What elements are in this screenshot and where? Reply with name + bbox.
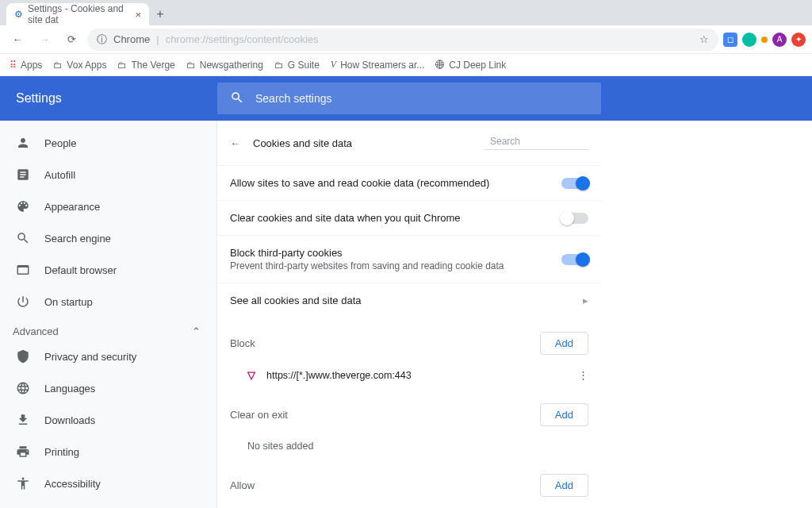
autofill-icon [16,167,30,182]
address-bar[interactable]: ⓘ Chrome | chrome://settings/content/coo… [87,29,718,51]
person-icon [16,136,30,150]
folder-icon: 🗀 [274,60,284,71]
settings-search[interactable] [217,83,601,114]
panel-header: ← Cookies and site data [217,121,601,165]
bookmark-item[interactable]: VHow Streamers ar... [331,59,424,71]
bookmark-folder[interactable]: 🗀G Suite [274,60,320,71]
back-icon[interactable]: ← [230,137,240,149]
add-allow-button[interactable]: Add [540,474,588,497]
section-block: Block Add [217,318,601,361]
chevron-right-icon: ▸ [583,294,588,306]
accessibility-icon [16,476,30,491]
section-clear-on-exit: Clear on exit Add [217,389,601,433]
site-favicon: ▽ [247,369,255,381]
browser-icon [16,263,30,277]
sidebar-item-downloads[interactable]: Downloads [0,404,216,436]
main-panel: ← Cookies and site data Allow sites to s… [217,121,812,508]
row-see-all-cookies[interactable]: See all cookies and site data ▸ [217,283,601,318]
url-path: chrome://settings/content/cookies [166,33,319,45]
row-clear-on-quit: Clear cookies and site data when you qui… [217,200,601,235]
browser-toolbar: ← → ⟳ ⓘ Chrome | chrome://settings/conte… [0,25,812,54]
shield-icon [16,349,30,364]
sidebar-item-privacy[interactable]: Privacy and security [0,341,216,372]
sidebar-item-appearance[interactable]: Appearance [0,190,216,222]
site-icon: V [331,59,336,71]
folder-icon: 🗀 [186,60,196,71]
extension-icon[interactable]: ◻ [723,33,737,47]
reload-button[interactable]: ⟳ [60,29,82,51]
panel-search-input[interactable] [490,136,609,147]
sidebar-item-people[interactable]: People [0,127,216,159]
toggle-clear-on-quit[interactable] [561,213,588,224]
site-url: https://[*.]www.theverge.com:443 [266,370,412,381]
sidebar-item-default-browser[interactable]: Default browser [0,254,216,286]
more-icon[interactable]: ⋮ [578,369,588,381]
content-area: People Autofill Appearance Search engine… [0,121,812,508]
row-allow-cookies: Allow sites to save and read cookie data… [217,165,601,200]
sidebar-item-system[interactable]: System [0,499,216,508]
tab-title: Settings - Cookies and site dat [28,3,127,25]
site-info-icon[interactable]: ⓘ [97,33,107,47]
star-icon[interactable]: ☆ [699,33,709,45]
bookmark-apps[interactable]: ⠿Apps [10,60,42,71]
add-clear-on-exit-button[interactable]: Add [540,403,588,426]
bookmark-folder[interactable]: 🗀The Verge [117,60,174,71]
page-title: Cookies and site data [253,137,473,149]
settings-sidebar: People Autofill Appearance Search engine… [0,121,217,508]
profile-avatar[interactable]: A [772,33,787,47]
toggle-allow-cookies[interactable] [561,178,588,189]
download-icon [16,413,30,427]
palette-icon [16,199,30,214]
sidebar-item-search-engine[interactable]: Search engine [0,222,216,254]
url-scheme: Chrome [113,33,150,45]
globe-icon: 🌐︎ [435,60,445,71]
sidebar-item-languages[interactable]: Languages [0,372,216,404]
settings-header: Settings [0,76,812,121]
bookmark-folder[interactable]: 🗀Vox Apps [53,60,106,71]
sidebar-item-printing[interactable]: Printing [0,436,216,468]
globe-icon [16,381,30,395]
add-block-button[interactable]: Add [540,332,588,355]
extension-icon[interactable] [742,33,756,47]
bookmark-item[interactable]: 🌐︎CJ Deep Link [435,60,506,71]
bookmark-folder[interactable]: 🗀Newsgathering [186,60,263,71]
search-icon [230,90,244,107]
new-tab-button[interactable]: + [149,3,171,25]
browser-tab[interactable]: ⚙ Settings - Cookies and site dat × [6,3,149,25]
folder-icon: 🗀 [117,60,127,71]
settings-title: Settings [0,91,217,106]
blocked-site-entry: ▽ https://[*.]www.theverge.com:443 ⋮ [217,361,601,389]
extension-icon[interactable] [761,37,768,43]
empty-state: No sites added [217,503,601,508]
apps-icon: ⠿ [10,60,17,71]
back-button[interactable]: ← [6,29,29,51]
extension-icon[interactable]: ✦ [791,33,806,47]
settings-search-input[interactable] [255,92,588,105]
sidebar-item-accessibility[interactable]: Accessibility [0,468,216,499]
gear-icon: ⚙ [14,9,23,20]
panel-search[interactable] [485,136,588,150]
print-icon [16,444,30,459]
search-icon [16,231,30,245]
sidebar-item-on-startup[interactable]: On startup [0,286,216,318]
sidebar-advanced-toggle[interactable]: Advanced ⌃ [0,318,216,341]
toggle-block-third-party[interactable] [561,254,588,265]
browser-tab-strip: ⚙ Settings - Cookies and site dat × + [0,0,812,25]
close-icon[interactable]: × [135,9,141,21]
power-icon [16,294,30,309]
chevron-up-icon: ⌃ [192,325,201,337]
empty-state: No sites added [217,433,601,460]
section-allow: Allow Add [217,460,601,503]
forward-button: → [33,29,56,51]
sidebar-item-autofill[interactable]: Autofill [0,159,216,190]
row-block-third-party: Block third-party cookies Prevent third-… [217,235,601,283]
bookmarks-bar: ⠿Apps 🗀Vox Apps 🗀The Verge 🗀Newsgatherin… [0,54,812,76]
folder-icon: 🗀 [53,60,63,71]
